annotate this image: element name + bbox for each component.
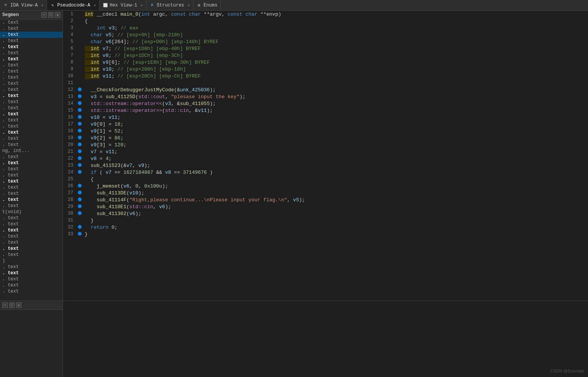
table-row[interactable]: 25 {: [63, 176, 588, 183]
sidebar-item-6[interactable]: . text: [0, 50, 63, 56]
table-row[interactable]: 32 return 0;: [63, 224, 588, 231]
table-row[interactable]: 29 sub_4110E1(std::cin, v6);: [63, 203, 588, 210]
table-row[interactable]: 12 __CheckForDebuggerJustMyCode(&unk_425…: [63, 86, 588, 93]
tab-hex-view[interactable]: ⬜ Hex View-1 ✕: [100, 0, 147, 10]
sidebar-item-14[interactable]: . text: [0, 99, 63, 105]
table-row[interactable]: 3 int v3; // eax: [63, 24, 588, 31]
sidebar-item-28[interactable]: . text: [0, 191, 63, 197]
line-number: 19: [63, 134, 76, 141]
bottom-minimize-btn[interactable]: —: [2, 303, 8, 308]
sidebar-item-37[interactable]: . text: [0, 252, 63, 258]
table-row[interactable]: 5 char v6[264]; // [esp+D0h] [ebp-148h] …: [63, 38, 588, 45]
tab-structures[interactable]: A Structures ✕: [147, 0, 193, 10]
tab-hex-view-close[interactable]: ✕: [141, 3, 143, 8]
sidebar-item-23[interactable]: . text: [0, 160, 63, 166]
sidebar-item-10[interactable]: . text: [0, 74, 63, 81]
sidebar-maximize-btn[interactable]: □: [48, 12, 53, 18]
tab-pseudocode-close[interactable]: ✕: [93, 3, 96, 8]
table-row[interactable]: 11: [63, 79, 588, 86]
table-row[interactable]: 7 int v8; // [esp+1DCh] [ebp-3Ch]: [63, 52, 588, 59]
sidebar-item-33[interactable]: . text: [0, 227, 63, 233]
table-row[interactable]: 10 int v11; // [esp+20Ch] [ebp-Ch] BYREF: [63, 73, 588, 79]
tab-enums-label: Enums: [204, 3, 217, 8]
sidebar-item-32[interactable]: . text: [0, 221, 63, 227]
bottom-maximize-btn[interactable]: □: [9, 303, 14, 308]
table-row[interactable]: 8 int v9[6]; // [esp+1E8h] [ebp-30h] BYR…: [63, 59, 588, 66]
sidebar-content[interactable]: . text . text . text . text . text . tex…: [0, 19, 63, 301]
tab-enums[interactable]: ⊞ Enums: [193, 0, 221, 10]
table-row[interactable]: 23 sub_411523(&v7, v9);: [63, 162, 588, 169]
table-row[interactable]: 15 std::istream::operator>>(std::cin, &v…: [63, 107, 588, 114]
sidebar-item-5[interactable]: . text: [0, 44, 63, 50]
table-row[interactable]: 20 v9[3] = 120;: [63, 141, 588, 148]
sidebar-item-1[interactable]: . text: [0, 19, 63, 26]
sidebar-item-3[interactable]: . text: [0, 32, 63, 38]
table-row[interactable]: 16 v10 = v11;: [63, 114, 588, 121]
sidebar-item-7[interactable]: . text: [0, 56, 63, 62]
table-row[interactable]: 28 sub_41114F("Right,please continue...\…: [63, 196, 588, 203]
bottom-close-btn[interactable]: ✕: [16, 303, 21, 308]
sidebar-item-29[interactable]: . text: [0, 197, 63, 203]
sidebar-item-31[interactable]: . text: [0, 215, 63, 221]
sidebar-item-36[interactable]: . text: [0, 246, 63, 252]
table-row[interactable]: 18 v9[1] = 52;: [63, 128, 588, 134]
line-number: 6: [63, 45, 76, 52]
sidebar-item-ng[interactable]: ng, int...: [0, 148, 63, 154]
table-row[interactable]: 17 v9[0] = 18;: [63, 121, 588, 128]
sidebar-item-39[interactable]: . text: [0, 270, 63, 276]
table-row[interactable]: 2 {: [63, 18, 588, 24]
sidebar-item-17[interactable]: . text: [0, 117, 63, 123]
table-row[interactable]: 9 int v10; // [esp+200h] [ebp-18h]: [63, 66, 588, 73]
sidebar-item-35[interactable]: . text: [0, 239, 63, 246]
sidebar-item-22[interactable]: . text: [0, 154, 63, 160]
sidebar-item-9[interactable]: . text: [0, 68, 63, 74]
sidebar-item-16[interactable]: . text: [0, 111, 63, 117]
sidebar-item-18[interactable]: . text: [0, 123, 63, 129]
table-row[interactable]: 30 sub_411302(v6);: [63, 210, 588, 217]
sidebar-item-26[interactable]: . text: [0, 178, 63, 184]
table-row[interactable]: 1 int __cdecl main_0(int argc, const cha…: [63, 11, 588, 18]
table-row[interactable]: 19 v9[2] = 86;: [63, 134, 588, 141]
sidebar-item-15[interactable]: . text: [0, 105, 63, 111]
sidebar-item-19[interactable]: . text: [0, 129, 63, 136]
table-row[interactable]: 26 j_memset(v6, 0, 0x100u);: [63, 183, 588, 189]
breakpoint-col: [76, 45, 83, 52]
sidebar-item-30[interactable]: . text: [0, 203, 63, 209]
sidebar-item-25[interactable]: . text: [0, 172, 63, 178]
table-row[interactable]: 27 sub_4113DE(v10);: [63, 189, 588, 196]
sidebar-item-20[interactable]: . text: [0, 136, 63, 142]
sidebar-item-21[interactable]: . text: [0, 142, 63, 148]
tab-ida-view-close[interactable]: ✕: [41, 3, 43, 8]
sidebar-item-2[interactable]: . text: [0, 26, 63, 32]
code-area[interactable]: 1 int __cdecl main_0(int argc, const cha…: [63, 11, 588, 301]
sidebar-item-12[interactable]: . text: [0, 87, 63, 93]
sidebar-item-13[interactable]: . text: [0, 93, 63, 99]
sidebar-item-41[interactable]: . text: [0, 282, 63, 288]
table-row[interactable]: 24 if ( v7 == 1627184887 && v8 == 371496…: [63, 169, 588, 176]
table-row[interactable]: 4 char v5; // [esp+0h] [ebp-218h]: [63, 31, 588, 38]
sidebar-minimize-btn[interactable]: —: [41, 12, 47, 18]
tab-pseudocode[interactable]: ✎ Pseudocode-A ✕: [47, 0, 99, 10]
table-row[interactable]: 22 v8 = 4;: [63, 155, 588, 162]
table-row[interactable]: 31 }: [63, 217, 588, 224]
sidebar-item-tvoid[interactable]: t(void): [0, 209, 63, 215]
table-row[interactable]: 33 }: [63, 231, 588, 238]
breakpoint-col: [76, 114, 83, 121]
sidebar-item-38[interactable]: . text: [0, 264, 63, 270]
sidebar-item-40[interactable]: . text: [0, 276, 63, 282]
sidebar-item-24[interactable]: . text: [0, 166, 63, 172]
table-row[interactable]: 6 int v7; // [esp+1D8h] [ebp-40h] BYREF: [63, 45, 588, 52]
table-row[interactable]: 14 std::ostream::operator<<(v3, &sub_411…: [63, 100, 588, 107]
sidebar-close-btn[interactable]: ✕: [55, 12, 60, 18]
sidebar-item-42[interactable]: . text: [0, 288, 63, 294]
sidebar-item-4[interactable]: . text: [0, 38, 63, 44]
table-row[interactable]: 21 v7 = v11;: [63, 148, 588, 155]
sidebar-item-8[interactable]: . text: [0, 62, 63, 68]
sidebar-item-34[interactable]: . text: [0, 233, 63, 239]
sidebar-item-27[interactable]: . text: [0, 184, 63, 191]
sidebar-item-close-paren[interactable]: ): [0, 258, 63, 264]
sidebar-item-11[interactable]: . text: [0, 81, 63, 87]
table-row[interactable]: 13 v3 = sub_41125D(std::cout, "plesase i…: [63, 93, 588, 100]
tab-ida-view[interactable]: ≡ IDA View-A ✕: [0, 0, 47, 10]
tab-structures-close[interactable]: ✕: [188, 3, 190, 8]
